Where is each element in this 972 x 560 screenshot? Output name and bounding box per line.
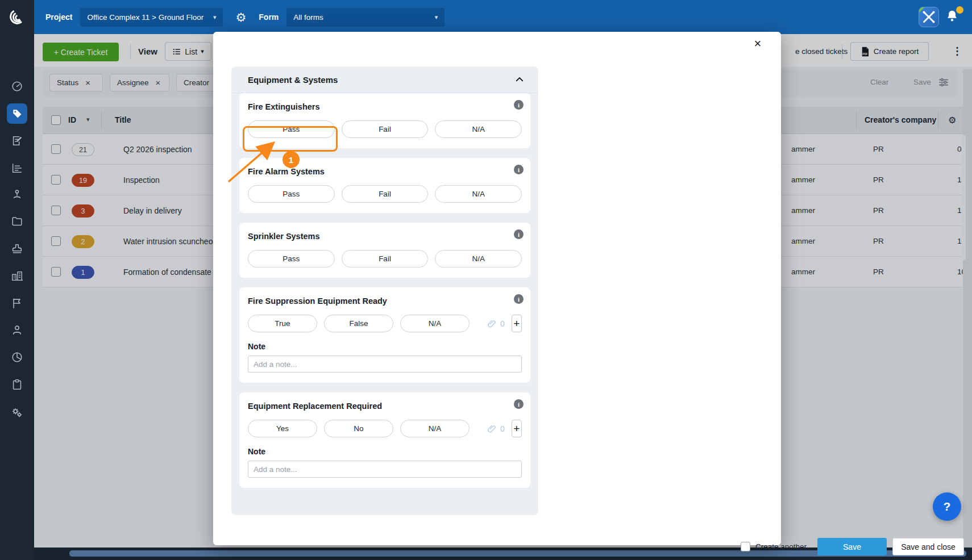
option-fail-button[interactable]: Fail [342,185,429,203]
option-pass-button[interactable]: Pass [248,120,335,138]
person-icon[interactable] [11,324,23,336]
info-icon[interactable]: i [514,100,524,110]
option-na-button[interactable]: N/A [435,250,522,268]
app-switcher-button[interactable] [919,7,939,27]
field-card-sprinkler-systems: Sprinkler Systems i Pass Fail N/A [239,223,530,278]
tag-icon [11,108,23,119]
modal-footer: Create another Save Save and close [741,538,964,555]
attachment-count: 0 [500,424,505,433]
form-label: Form [259,12,279,22]
add-attachment-button[interactable]: + [512,315,522,332]
info-icon[interactable]: i [514,229,524,239]
form-select[interactable]: All forms ▾ [286,8,445,27]
folder-icon[interactable] [11,215,23,228]
top-bar: Project Office Complex 11 > Ground Floor… [0,0,972,34]
modal-close-button[interactable]: × [749,35,766,52]
option-na-button[interactable]: N/A [400,420,470,437]
flag-icon[interactable] [11,297,23,310]
info-icon[interactable]: i [514,399,524,409]
info-icon[interactable]: i [514,294,524,304]
app-logo[interactable] [0,0,34,34]
note-label: Note [248,447,522,456]
add-attachment-button[interactable]: + [512,420,522,437]
project-settings-gear-icon[interactable]: ⚙ [235,11,246,23]
buildings-icon[interactable] [11,270,23,282]
person-pin-icon[interactable] [11,188,23,200]
option-true-button[interactable]: True [248,315,317,332]
create-another-checkbox[interactable] [741,542,750,551]
option-fail-button[interactable]: Fail [342,250,429,268]
field-label: Fire Suppression Equipment Ready [248,296,522,306]
stamp-icon[interactable] [11,243,23,255]
field-label: Fire Extinguishers [248,102,522,111]
swirl-logo-icon [5,5,30,30]
gantt-chart-icon[interactable] [11,162,23,174]
chevron-down-icon: ▾ [205,14,217,21]
attachment-count: 0 [500,319,505,328]
note-label: Note [248,342,522,351]
option-na-button[interactable]: N/A [435,185,522,203]
field-label: Sprinkler Systems [248,232,522,241]
option-pass-button[interactable]: Pass [248,250,335,268]
modal-scrollbar-thumb[interactable] [962,135,966,260]
option-fail-button[interactable]: Fail [342,120,429,138]
chevron-up-icon[interactable] [514,74,525,85]
info-icon[interactable]: i [514,165,524,174]
option-na-button[interactable]: N/A [435,120,522,138]
sidebar-nav [0,34,34,560]
gauge-icon[interactable] [11,80,23,93]
note-input[interactable] [248,356,522,373]
notifications-button[interactable] [945,7,963,27]
notification-dot [956,6,963,14]
section-header-equipment-systems[interactable]: Equipment & Systems [231,66,538,93]
option-false-button[interactable]: False [324,315,393,332]
create-another-label: Create another [755,542,807,551]
field-card-fire-suppression-ready: Fire Suppression Equipment Ready i True … [239,287,530,383]
project-select-value: Office Complex 11 > Ground Floor [87,13,203,22]
sidebar-item-tickets-active[interactable] [7,103,27,124]
form-edit-icon[interactable] [11,135,23,147]
field-label: Fire Alarm Systems [248,167,522,176]
form-select-value: All forms [293,13,323,22]
clipboard-icon[interactable] [11,378,23,391]
form-section-panel: Equipment & Systems Fire Extinguishers i… [231,66,538,515]
project-select[interactable]: Office Complex 11 > Ground Floor ▾ [80,8,223,27]
green-corner-accent [919,7,924,12]
help-button[interactable]: ? [933,492,961,521]
attachments-control[interactable]: 0 [487,424,505,434]
paperclip-icon [487,424,497,434]
pie-chart-icon[interactable] [11,351,23,363]
field-card-fire-extinguishers: Fire Extinguishers i Pass Fail N/A [239,93,530,148]
project-label: Project [45,12,72,22]
save-and-close-button[interactable]: Save and close [892,538,964,555]
paperclip-icon [487,319,497,329]
section-title: Equipment & Systems [248,75,338,85]
option-pass-button[interactable]: Pass [248,185,335,203]
option-yes-button[interactable]: Yes [248,420,317,437]
option-no-button[interactable]: No [324,420,393,437]
field-card-fire-alarm-systems: Fire Alarm Systems i Pass Fail N/A [239,158,530,213]
annotation-step-badge: 1 [283,151,300,168]
save-button[interactable]: Save [817,538,887,555]
field-label: Equipment Replacement Required [248,402,522,411]
option-na-button[interactable]: N/A [400,315,470,332]
gears-icon[interactable] [11,406,23,419]
attachments-control[interactable]: 0 [487,319,505,329]
note-input[interactable] [248,461,522,478]
chevron-down-icon: ▾ [427,14,438,21]
field-card-equipment-replacement: Equipment Replacement Required i Yes No … [239,392,530,488]
